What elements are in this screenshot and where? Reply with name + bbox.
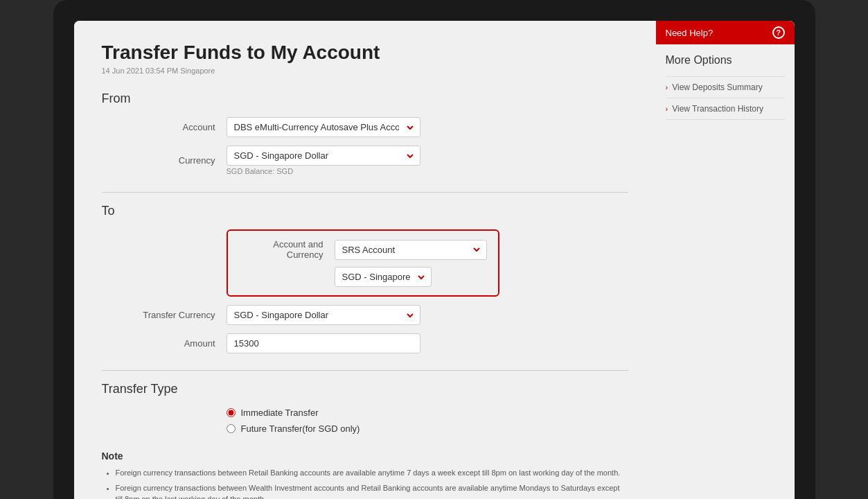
- account-label: Account: [102, 122, 227, 132]
- from-heading: From: [102, 91, 628, 106]
- currency-label: Currency: [102, 155, 227, 166]
- view-deposits-label: View Deposits Summary: [672, 82, 763, 92]
- amount-wrap: [227, 333, 420, 353]
- currency-row: Currency SGD - Singapore Dollar SGD Bala…: [102, 146, 628, 175]
- immediate-transfer-radio[interactable]: [227, 408, 236, 417]
- more-options-title: More Options: [656, 44, 795, 76]
- view-transaction-history-link[interactable]: › View Transaction History: [656, 98, 795, 119]
- account-select[interactable]: DBS eMulti-Currency Autosave Plus Accoun…: [227, 117, 420, 137]
- need-help-text: Need Help?: [666, 28, 714, 38]
- transfer-type-divider: [102, 370, 628, 371]
- immediate-transfer-row: Immediate Transfer: [227, 408, 628, 418]
- chevron-right-icon-2: ›: [666, 105, 668, 113]
- to-account-box: Account and Currency SRS Account SGD - S…: [227, 229, 499, 297]
- currency-select-wrap: SGD - Singapore Dollar SGD Balance: SGD: [227, 146, 420, 175]
- sidebar: Need Help? ? More Options › View Deposit…: [656, 21, 795, 499]
- help-icon: ?: [772, 26, 785, 39]
- note-item-1: Foreign currency transactions between Re…: [116, 467, 628, 479]
- transfer-currency-select[interactable]: SGD - Singapore Dollar: [227, 305, 420, 325]
- note-item-2: Foreign currency transactions between We…: [116, 482, 628, 500]
- account-select-wrap: DBS eMulti-Currency Autosave Plus Accoun…: [227, 117, 420, 137]
- page-title: Transfer Funds to My Account: [102, 42, 628, 64]
- transfer-currency-label: Transfer Currency: [102, 310, 227, 320]
- transfer-currency-wrap: SGD - Singapore Dollar: [227, 305, 420, 325]
- future-transfer-label: Future Transfer(for SGD only): [241, 423, 360, 434]
- to-account-row: Account and Currency SRS Account: [239, 239, 487, 260]
- transfer-currency-row: Transfer Currency SGD - Singapore Dollar: [102, 305, 628, 325]
- note-heading: Note: [102, 450, 628, 462]
- transfer-type-heading: Transfer Type: [102, 382, 628, 396]
- section-divider: [102, 192, 628, 193]
- to-section: To Account and Currency SRS Account SGD …: [102, 204, 628, 353]
- to-account-select[interactable]: SRS Account: [335, 240, 487, 260]
- view-deposits-summary-link[interactable]: › View Deposits Summary: [656, 77, 795, 98]
- need-help-bar[interactable]: Need Help? ?: [656, 21, 795, 44]
- transfer-type-section: Transfer Type Immediate Transfer Future …: [102, 382, 628, 434]
- to-currency-row: SGD - Singapore Dollar: [239, 267, 487, 287]
- future-transfer-radio[interactable]: [227, 424, 236, 433]
- page-subtitle: 14 Jun 2021 03:54 PM Singapore: [102, 67, 628, 75]
- amount-label: Amount: [102, 338, 227, 349]
- sidebar-divider-3: [666, 119, 785, 120]
- from-section: From Account DBS eMulti-Currency Autosav…: [102, 91, 628, 175]
- amount-row: Amount: [102, 333, 628, 353]
- view-transaction-label: View Transaction History: [672, 104, 763, 114]
- to-heading: To: [102, 204, 628, 218]
- to-currency-select[interactable]: SGD - Singapore Dollar: [335, 267, 432, 287]
- note-list: Foreign currency transactions between Re…: [102, 467, 628, 499]
- amount-input[interactable]: [227, 333, 420, 353]
- account-row: Account DBS eMulti-Currency Autosave Plu…: [102, 117, 628, 137]
- from-currency-select[interactable]: SGD - Singapore Dollar: [227, 146, 420, 166]
- chevron-right-icon-1: ›: [666, 83, 668, 91]
- to-account-label: Account and Currency: [239, 239, 329, 260]
- immediate-transfer-label: Immediate Transfer: [241, 408, 319, 418]
- note-section: Note Foreign currency transactions betwe…: [102, 450, 628, 499]
- balance-hint: SGD Balance: SGD: [227, 167, 420, 175]
- future-transfer-row: Future Transfer(for SGD only): [227, 423, 628, 434]
